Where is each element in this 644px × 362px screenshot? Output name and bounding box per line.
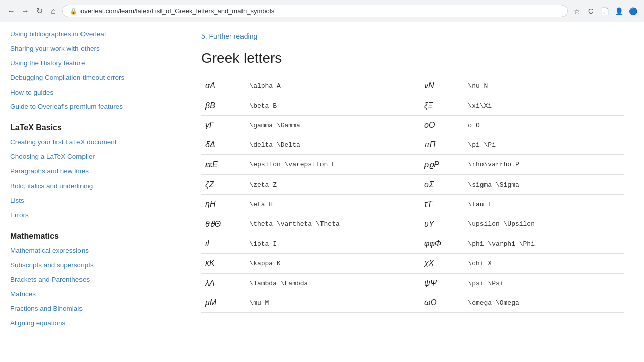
greek-code-right: \omega \Omega <box>464 293 624 313</box>
sidebar-link-paragraphs[interactable]: Paragraphs and new lines <box>10 164 171 179</box>
greek-symbol-left: μM <box>201 293 245 313</box>
greek-symbol-left: βB <box>201 96 245 116</box>
sidebar-link-debugging[interactable]: Debugging Compilation timeout errors <box>10 71 171 85</box>
greek-code-right: \phi \varphi \Phi <box>464 234 624 254</box>
greek-symbol-left: κK <box>201 254 245 274</box>
greek-symbol-right: πΠ <box>420 135 464 155</box>
table-row: ιI \iota I φφΦ \phi \varphi \Phi <box>201 234 624 254</box>
column-divider <box>405 234 420 254</box>
star-icon[interactable]: ☆ <box>572 6 582 16</box>
extension-icon3[interactable]: 👤 <box>614 6 624 16</box>
greek-code-right: \upsilon \Upsilon <box>464 214 624 234</box>
greek-code-left: \epsilon \varepsilon E <box>245 155 405 175</box>
sidebar-link-matrices[interactable]: Matrices <box>10 287 171 302</box>
greek-symbol-left: ζZ <box>201 175 245 195</box>
table-row: θϑΘ \theta \vartheta \Theta υΥ \upsilon … <box>201 214 624 234</box>
table-row: μM \mu M ωΩ \omega \Omega <box>201 293 624 313</box>
sidebar-section-mathematics: Mathematics <box>10 232 171 241</box>
sidebar-section-latex-basics: LaTeX Basics <box>10 123 171 132</box>
greek-code-left: \theta \vartheta \Theta <box>245 214 405 234</box>
greek-symbol-left: ιI <box>201 234 245 254</box>
greek-code-left: \eta H <box>245 195 405 214</box>
extension-icon1[interactable]: C <box>586 6 596 16</box>
sidebar-link-bold[interactable]: Bold, italics and underlining <box>10 179 171 194</box>
browser-chrome: ← → ↻ ⌂ 🔒 overleaf.com/learn/latex/List_… <box>0 0 644 22</box>
table-row: ηH \eta H τT \tau T <box>201 195 624 214</box>
forward-button[interactable]: → <box>20 6 30 16</box>
sidebar-link-fractions[interactable]: Fractions and Binomials <box>10 302 171 316</box>
greek-code-right: \tau T <box>464 195 624 214</box>
table-row: βB \beta B ξΞ \xi\Xi <box>201 96 624 116</box>
greek-code-right: \nu N <box>464 76 624 96</box>
greek-symbol-right: ωΩ <box>420 293 464 313</box>
sidebar: Using bibliographies in Overleaf Sharing… <box>0 22 181 362</box>
greek-code-left: \alpha A <box>245 76 405 96</box>
greek-symbol-right: τT <box>420 195 464 214</box>
main-content: 5. Further reading Greek letters αA \alp… <box>181 22 644 362</box>
column-divider <box>405 135 420 155</box>
greek-code-right: \psi \Psi <box>464 274 624 293</box>
table-row: εεE \epsilon \varepsilon E ρϱP \rho\varr… <box>201 155 624 175</box>
browser-toolbar: ☆ C 📄 👤 🔵 <box>572 6 638 16</box>
greek-symbol-left: αA <box>201 76 245 96</box>
url-text: overleaf.com/learn/latex/List_of_Greek_l… <box>80 7 560 15</box>
greek-code-right: \rho\varrho P <box>464 155 624 175</box>
column-divider <box>405 293 420 313</box>
greek-symbol-right: υΥ <box>420 214 464 234</box>
column-divider <box>405 76 420 96</box>
greek-code-right: \xi\Xi <box>464 96 624 116</box>
greek-symbol-left: γΓ <box>201 116 245 135</box>
greek-symbol-right: νN <box>420 76 464 96</box>
greek-symbol-right: χX <box>420 254 464 274</box>
greek-symbol-left: λΛ <box>201 274 245 293</box>
greek-symbol-left: δΔ <box>201 135 245 155</box>
column-divider <box>405 214 420 234</box>
sidebar-link-brackets[interactable]: Brackets and Parentheses <box>10 273 171 287</box>
table-row: γΓ \gamma \Gamma oO o O <box>201 116 624 135</box>
profile-icon[interactable]: 🔵 <box>628 6 638 16</box>
extension-icon2[interactable]: 📄 <box>600 6 610 16</box>
sidebar-link-howto[interactable]: How-to guides <box>10 85 171 100</box>
greek-code-left: \lambda \Lambda <box>245 274 405 293</box>
sidebar-link-aligning[interactable]: Aligning equations <box>10 316 171 331</box>
section-title: Greek letters <box>201 50 624 66</box>
column-divider <box>405 96 420 116</box>
sidebar-link-bibliographies[interactable]: Using bibliographies in Overleaf <box>10 27 171 42</box>
column-divider <box>405 116 420 135</box>
greek-symbol-right: ψΨ <box>420 274 464 293</box>
greek-symbol-left: θϑΘ <box>201 214 245 234</box>
reload-button[interactable]: ↻ <box>34 6 44 16</box>
sidebar-link-premium[interactable]: Guide to Overleaf's premium features <box>10 100 171 114</box>
greek-symbol-right: ρϱP <box>420 155 464 175</box>
back-button[interactable]: ← <box>6 6 16 16</box>
greek-code-left: \zeta Z <box>245 175 405 195</box>
sidebar-link-first-doc[interactable]: Creating your first LaTeX document <box>10 135 171 150</box>
greek-symbol-left: ηH <box>201 195 245 214</box>
column-divider <box>405 195 420 214</box>
table-row: λΛ \lambda \Lambda ψΨ \psi \Psi <box>201 274 624 293</box>
greek-code-right: \sigma \Sigma <box>464 175 624 195</box>
column-divider <box>405 155 420 175</box>
main-layout: Using bibliographies in Overleaf Sharing… <box>0 22 644 362</box>
table-row: αA \alpha A νN \nu N <box>201 76 624 96</box>
greek-code-left: \gamma \Gamma <box>245 116 405 135</box>
sidebar-link-sharing[interactable]: Sharing your work with others <box>10 42 171 56</box>
further-reading-link[interactable]: 5. Further reading <box>201 32 624 40</box>
greek-symbol-right: ξΞ <box>420 96 464 116</box>
greek-code-left: \mu M <box>245 293 405 313</box>
table-row: ζZ \zeta Z σΣ \sigma \Sigma <box>201 175 624 195</box>
sidebar-link-math-expressions[interactable]: Mathematical expressions <box>10 244 171 258</box>
greek-code-right: \pi \Pi <box>464 135 624 155</box>
sidebar-link-compiler[interactable]: Choosing a LaTeX Compiler <box>10 150 171 164</box>
lock-icon: 🔒 <box>70 8 77 15</box>
table-row: δΔ \delta \Delta πΠ \pi \Pi <box>201 135 624 155</box>
address-bar[interactable]: 🔒 overleaf.com/learn/latex/List_of_Greek… <box>62 5 568 17</box>
sidebar-link-subscripts[interactable]: Subscripts and superscripts <box>10 258 171 273</box>
sidebar-link-lists[interactable]: Lists <box>10 194 171 208</box>
greek-symbol-right: oO <box>420 116 464 135</box>
sidebar-link-history[interactable]: Using the History feature <box>10 56 171 71</box>
home-button[interactable]: ⌂ <box>48 6 58 16</box>
greek-code-left: \iota I <box>245 234 405 254</box>
greek-code-left: \kappa K <box>245 254 405 274</box>
sidebar-link-errors[interactable]: Errors <box>10 208 171 223</box>
